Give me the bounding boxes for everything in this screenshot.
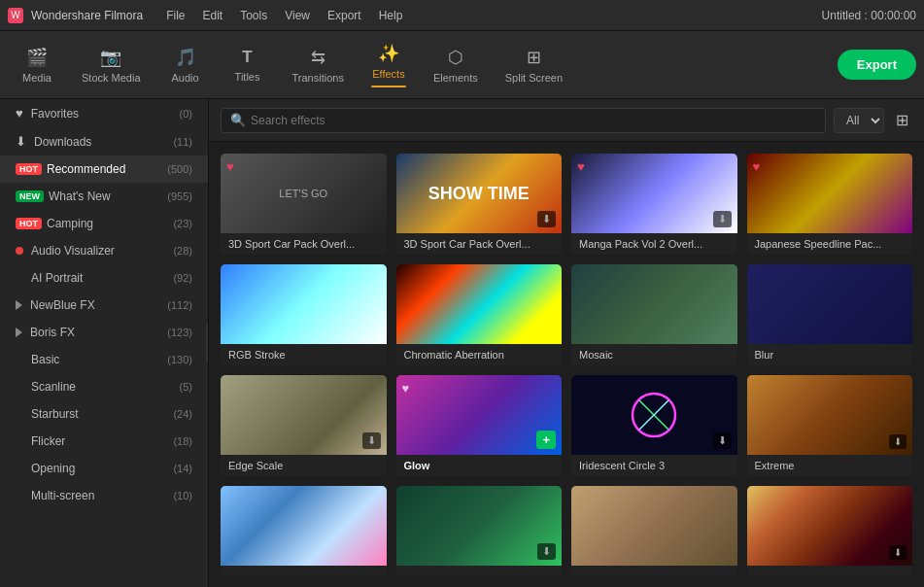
tool-titles[interactable]: T Titles — [219, 42, 277, 88]
sidebar-item-audio-visualizer[interactable]: Audio Visualizer (28) — [0, 237, 208, 264]
sidebar-item-whats-new[interactable]: NEW What's New (955) — [0, 183, 208, 210]
sidebar-item-ai-portrait[interactable]: AI Portrait (92) — [0, 264, 208, 292]
sidebar-item-camping[interactable]: HOT Camping (23) — [0, 210, 208, 237]
tool-stock-media[interactable]: 📷 Stock Media — [70, 41, 153, 89]
effect-card-1[interactable]: ♥ LET'S GO 3D Sport Car Pack Overl... — [221, 154, 387, 255]
content-area: 🔍 All ⊞ ♥ LET'S GO 3D Sport Car Pack Ove… — [209, 99, 924, 587]
sidebar-newblue-count: (112) — [167, 299, 192, 311]
titles-icon: T — [242, 48, 252, 67]
new-badge: NEW — [16, 190, 44, 202]
effect-thumb-9: ⬇ — [221, 375, 387, 455]
sidebar-item-boris-fx[interactable]: Boris FX (123) — [0, 319, 208, 346]
sidebar-item-opening[interactable]: Opening (14) — [0, 455, 208, 482]
effect-card-10[interactable]: ♥ + Glow — [396, 375, 563, 476]
export-button[interactable]: Export — [838, 50, 916, 80]
tool-audio[interactable]: 🎵 Audio — [156, 41, 215, 89]
sidebar-scanline-count: (5) — [180, 381, 192, 393]
effect-thumb-8 — [747, 264, 913, 344]
tool-media[interactable]: 🎬 Media — [8, 41, 66, 89]
audio-icon: 🎵 — [175, 47, 196, 68]
effects-grid: ♥ LET'S GO 3D Sport Car Pack Overl... SH… — [209, 142, 924, 587]
sidebar-item-newblue-fx[interactable]: NewBlue FX (112) — [0, 292, 208, 319]
sidebar-item-favorites[interactable]: ♥ Favorites (0) — [0, 99, 208, 127]
menu-tools[interactable]: Tools — [232, 7, 275, 24]
download-icon-3: ⬇ — [713, 211, 732, 227]
sidebar-opening-label: Opening — [31, 462, 169, 475]
effect-label-10: Glow — [396, 455, 563, 476]
menu-file[interactable]: File — [158, 7, 192, 24]
effect-label-14 — [396, 566, 563, 575]
effect-card-6[interactable]: Chromatic Aberration — [396, 264, 563, 365]
effect-label-11: Iridescent Circle 3 — [571, 455, 737, 476]
effect-label-4: Japanese Speedline Pac... — [747, 233, 913, 255]
sidebar-item-starburst[interactable]: Starburst (24) — [0, 400, 208, 428]
sidebar-starburst-count: (24) — [173, 408, 192, 420]
sidebar-starburst-label: Starburst — [31, 407, 169, 421]
sidebar-item-recommended[interactable]: HOT Recommended (500) — [0, 155, 208, 183]
effect-card-11[interactable]: ⬇ Iridescent Circle 3 — [571, 375, 737, 476]
effect-card-9[interactable]: ⬇ Edge Scale — [221, 375, 387, 476]
menu-export[interactable]: Export — [320, 7, 369, 24]
sidebar-boris-label: Boris FX — [30, 326, 163, 339]
effect-thumb-11: ⬇ — [571, 375, 737, 455]
tool-transitions[interactable]: ⇆ Transitions — [281, 41, 356, 89]
sidebar-basic-label: Basic — [31, 353, 163, 366]
sidebar-whats-new-count: (955) — [167, 190, 192, 202]
toolbar: 🎬 Media 📷 Stock Media 🎵 Audio T Titles ⇆… — [0, 31, 924, 99]
effect-label-7: Mosaic — [571, 344, 737, 365]
tool-audio-label: Audio — [171, 72, 198, 84]
sidebar-item-multi-screen[interactable]: Multi-screen (10) — [0, 482, 208, 509]
effect-thumb-10: ♥ + — [396, 375, 563, 455]
sidebar-boris-count: (123) — [167, 327, 192, 338]
effect-thumb-5 — [221, 264, 387, 344]
tool-elements-label: Elements — [433, 72, 478, 84]
triangle-icon — [16, 300, 22, 310]
effect-thumb-3: ♥ ⬇ — [571, 154, 737, 233]
menu-edit[interactable]: Edit — [195, 7, 231, 24]
sidebar-camping-count: (23) — [173, 218, 192, 229]
heart-icon-10: ♥ — [402, 381, 410, 396]
sidebar-item-scanline[interactable]: Scanline (5) — [0, 373, 208, 400]
sidebar-newblue-label: NewBlue FX — [30, 298, 163, 312]
effect-card-2[interactable]: SHOW TIME ⬇ 3D Sport Car Pack Overl... — [396, 154, 563, 255]
sidebar-item-flicker[interactable]: Flicker (18) — [0, 428, 208, 455]
effect-card-12[interactable]: ⬇ Extreme — [747, 375, 913, 476]
effect-card-5[interactable]: RGB Stroke — [221, 264, 387, 365]
download-icon-14: ⬇ — [537, 543, 556, 560]
heart-icon-4: ♥ — [753, 159, 761, 174]
filter-select[interactable]: All — [834, 108, 884, 133]
effect-card-14[interactable]: ⬇ — [396, 486, 563, 575]
favorites-icon: ♥ — [16, 106, 23, 121]
search-input[interactable] — [221, 108, 826, 133]
effect-card-15[interactable] — [571, 486, 737, 575]
effect-card-8[interactable]: Blur — [747, 264, 913, 365]
sidebar-item-basic[interactable]: Basic (130) — [0, 346, 208, 373]
effect-card-7[interactable]: Mosaic — [571, 264, 737, 365]
sidebar-multi-screen-count: (10) — [173, 490, 192, 501]
effect-label-5: RGB Stroke — [221, 344, 387, 365]
sidebar-flicker-count: (18) — [173, 435, 192, 447]
effect-card-16[interactable]: ⬇ — [747, 486, 913, 575]
iridescent-circle-svg — [615, 386, 693, 444]
effect-card-3[interactable]: ♥ ⬇ Manga Pack Vol 2 Overl... — [571, 154, 737, 255]
grid-view-button[interactable]: ⊞ — [892, 107, 912, 133]
sidebar-item-downloads[interactable]: ⬇ Downloads (11) — [0, 127, 208, 155]
tool-effects[interactable]: ✨ Effects — [359, 37, 418, 93]
tool-stock-media-label: Stock Media — [82, 72, 141, 84]
effect-label-9: Edge Scale — [221, 455, 387, 476]
effect-label-15 — [571, 566, 737, 575]
tool-elements[interactable]: ⬡ Elements — [422, 41, 490, 89]
effect-thumb-6 — [396, 264, 563, 344]
effect-label-8: Blur — [747, 344, 913, 365]
menu-help[interactable]: Help — [371, 7, 411, 24]
effect-card-4[interactable]: ♥ Japanese Speedline Pac... — [747, 154, 913, 255]
menu-view[interactable]: View — [277, 7, 318, 24]
download-icon-2: ⬇ — [537, 211, 556, 227]
sidebar-scanline-label: Scanline — [31, 380, 176, 394]
split-screen-icon: ⊞ — [527, 47, 541, 68]
effect-card-13[interactable] — [221, 486, 387, 575]
effect-thumb-7 — [571, 264, 737, 344]
sidebar-recommended-label: Recommended — [47, 162, 163, 176]
sidebar-whats-new-label: What's New — [49, 190, 163, 203]
tool-split-screen[interactable]: ⊞ Split Screen — [494, 41, 574, 89]
